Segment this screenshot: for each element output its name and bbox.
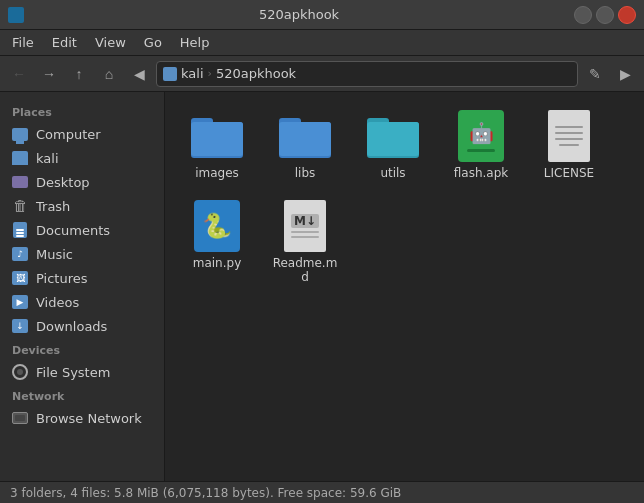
file-item-license[interactable]: LICENSE — [529, 104, 609, 186]
breadcrumb-folder[interactable]: 520apkhook — [216, 66, 296, 81]
maximize-button[interactable] — [596, 6, 614, 24]
back-button[interactable]: ← — [6, 61, 32, 87]
location-bar: kali › 520apkhook — [156, 61, 578, 87]
svg-rect-8 — [367, 122, 419, 156]
downloads-icon: ↓ — [12, 318, 28, 334]
file-label-libs: libs — [295, 166, 316, 180]
minimize-button[interactable] — [574, 6, 592, 24]
file-view: images libs utils — [165, 92, 644, 481]
prev-location-button[interactable]: ◀ — [126, 61, 152, 87]
file-label-utils: utils — [380, 166, 405, 180]
sidebar-item-browse-network[interactable]: Browse Network — [0, 406, 164, 430]
folder-icon-images — [191, 110, 243, 162]
file-item-libs[interactable]: libs — [265, 104, 345, 186]
file-label-flashapk: flash.apk — [454, 166, 509, 180]
sidebar-item-filesystem[interactable]: File System — [0, 360, 164, 384]
file-item-readmemd[interactable]: M↓ Readme.md — [265, 194, 345, 290]
sidebar-label-network: Browse Network — [36, 411, 142, 426]
home-button[interactable]: ⌂ — [96, 61, 122, 87]
breadcrumb-520apkhook: 520apkhook — [216, 66, 296, 81]
file-item-flashapk[interactable]: 🤖 flash.apk — [441, 104, 521, 186]
desktop-icon — [12, 174, 28, 190]
folder-icon-utils — [367, 110, 419, 162]
svg-rect-2 — [191, 122, 243, 156]
toolbar: ← → ↑ ⌂ ◀ kali › 520apkhook ✎ ▶ — [0, 56, 644, 92]
menu-view[interactable]: View — [87, 33, 134, 52]
file-item-mainpy[interactable]: 🐍 main.py — [177, 194, 257, 290]
home-icon — [163, 67, 177, 81]
python-icon: 🐍 — [191, 200, 243, 252]
titlebar-title: 520apkhook — [259, 7, 339, 22]
file-item-images[interactable]: images — [177, 104, 257, 186]
text-icon — [543, 110, 595, 162]
sidebar-item-documents[interactable]: Documents — [0, 218, 164, 242]
menu-help[interactable]: Help — [172, 33, 218, 52]
sidebar-item-computer[interactable]: Computer — [0, 122, 164, 146]
apk-icon: 🤖 — [455, 110, 507, 162]
main-area: Places Computer kali Desktop — [0, 92, 644, 481]
sidebar: Places Computer kali Desktop — [0, 92, 165, 481]
music-icon: ♪ — [12, 246, 28, 262]
sidebar-item-downloads[interactable]: ↓ Downloads — [0, 314, 164, 338]
file-label-readmemd: Readme.md — [269, 256, 341, 284]
sidebar-label-trash: Trash — [36, 199, 70, 214]
breadcrumb-home[interactable]: kali — [163, 66, 204, 81]
titlebar-buttons — [574, 6, 636, 24]
breadcrumb-kali[interactable]: kali — [181, 66, 204, 81]
breadcrumb-separator: › — [208, 67, 212, 80]
sidebar-label-music: Music — [36, 247, 73, 262]
sidebar-label-computer: Computer — [36, 127, 101, 142]
filesystem-icon — [12, 364, 28, 380]
menubar: File Edit View Go Help — [0, 30, 644, 56]
pictures-icon: 🖼 — [12, 270, 28, 286]
up-button[interactable]: ↑ — [66, 61, 92, 87]
titlebar-left — [8, 7, 24, 23]
file-label-mainpy: main.py — [193, 256, 242, 270]
menu-edit[interactable]: Edit — [44, 33, 85, 52]
file-label-license: LICENSE — [544, 166, 594, 180]
menu-go[interactable]: Go — [136, 33, 170, 52]
statusbar-text: 3 folders, 4 files: 5.8 MiB (6,075,118 b… — [10, 486, 401, 500]
statusbar: 3 folders, 4 files: 5.8 MiB (6,075,118 b… — [0, 481, 644, 503]
sidebar-item-pictures[interactable]: 🖼 Pictures — [0, 266, 164, 290]
documents-icon — [12, 222, 28, 238]
home-icon — [12, 150, 28, 166]
videos-icon: ▶ — [12, 294, 28, 310]
sidebar-label-desktop: Desktop — [36, 175, 90, 190]
close-button[interactable] — [618, 6, 636, 24]
trash-icon: 🗑 — [12, 198, 28, 214]
sidebar-label-pictures: Pictures — [36, 271, 87, 286]
sidebar-item-videos[interactable]: ▶ Videos — [0, 290, 164, 314]
sidebar-label-videos: Videos — [36, 295, 79, 310]
file-item-utils[interactable]: utils — [353, 104, 433, 186]
sidebar-item-desktop[interactable]: Desktop — [0, 170, 164, 194]
forward-button[interactable]: → — [36, 61, 62, 87]
menu-file[interactable]: File — [4, 33, 42, 52]
markdown-icon: M↓ — [279, 200, 331, 252]
folder-icon-libs — [279, 110, 331, 162]
next-location-button[interactable]: ▶ — [612, 61, 638, 87]
network-icon — [12, 410, 28, 426]
titlebar: 520apkhook — [0, 0, 644, 30]
sidebar-item-kali[interactable]: kali — [0, 146, 164, 170]
sidebar-label-kali: kali — [36, 151, 59, 166]
places-header: Places — [0, 100, 164, 122]
network-header: Network — [0, 384, 164, 406]
sidebar-label-documents: Documents — [36, 223, 110, 238]
computer-icon — [12, 126, 28, 142]
svg-rect-5 — [279, 122, 331, 156]
app-icon — [8, 7, 24, 23]
devices-header: Devices — [0, 338, 164, 360]
file-label-images: images — [195, 166, 239, 180]
sidebar-label-filesystem: File System — [36, 365, 110, 380]
edit-path-button[interactable]: ✎ — [582, 61, 608, 87]
sidebar-label-downloads: Downloads — [36, 319, 107, 334]
sidebar-item-trash[interactable]: 🗑 Trash — [0, 194, 164, 218]
sidebar-item-music[interactable]: ♪ Music — [0, 242, 164, 266]
